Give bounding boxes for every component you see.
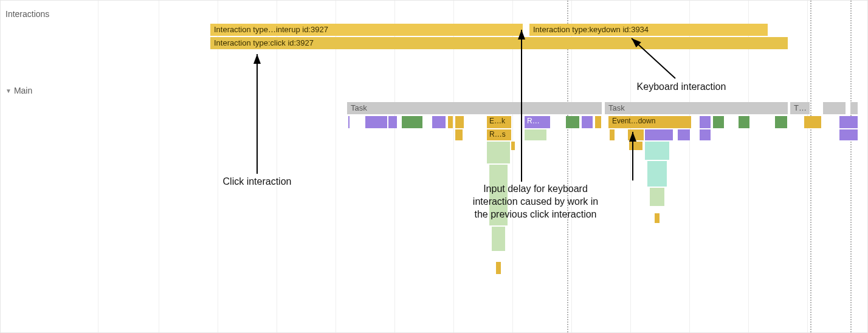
flame-slice[interactable]: [645, 129, 673, 140]
performance-panel: Interactions Main Interaction type…inter…: [0, 0, 868, 333]
flame-slice[interactable]: [448, 116, 453, 128]
flame-slice[interactable]: [487, 142, 510, 163]
flame-slice[interactable]: [713, 116, 724, 128]
gridline: [336, 1, 336, 332]
gridline: [394, 1, 395, 332]
flame-slice[interactable]: [700, 129, 711, 140]
task-bar[interactable]: [850, 102, 858, 114]
flame-slice[interactable]: [739, 116, 749, 128]
flame-label: R…s: [489, 130, 510, 139]
flame-label: E…k: [489, 117, 510, 125]
flame-slice[interactable]: [388, 116, 397, 128]
gridline: [512, 1, 513, 332]
gridline: [218, 1, 218, 332]
flame-slice[interactable]: [365, 116, 387, 128]
interaction-bar-keydown[interactable]: Interaction type:keydown id:3934: [529, 24, 768, 36]
gridline: [689, 1, 690, 332]
flame-slice[interactable]: [595, 116, 601, 128]
interaction-bar-click[interactable]: Interaction type:click id:3927: [210, 37, 788, 49]
track-label-main[interactable]: Main: [5, 86, 32, 95]
marker-dotted: [810, 1, 811, 332]
interaction-bar-pointerup[interactable]: Interaction type…interup id:3927: [210, 24, 523, 36]
gridline: [571, 1, 572, 332]
flame-slice[interactable]: [839, 116, 858, 128]
gridline: [159, 1, 159, 332]
flame-slice[interactable]: [489, 165, 508, 225]
marker-dotted: [850, 1, 852, 332]
flame-slice[interactable]: [525, 129, 546, 140]
flame-slice[interactable]: [511, 142, 515, 150]
flame-slice[interactable]: [655, 213, 660, 223]
task-bar[interactable]: T…: [790, 102, 810, 114]
flame-slice[interactable]: [650, 188, 664, 206]
flame-slice[interactable]: [496, 262, 501, 274]
gridline: [453, 1, 454, 332]
flame-slice[interactable]: [348, 116, 350, 128]
gridline: [807, 1, 808, 332]
task-bar[interactable]: Task: [605, 102, 788, 114]
annotation-click: Click interaction: [196, 176, 318, 188]
gridline: [748, 1, 749, 332]
flame-slice[interactable]: [775, 116, 787, 128]
flame-slice[interactable]: [647, 161, 667, 187]
flame-slice[interactable]: [628, 129, 644, 140]
flame-slice[interactable]: [455, 129, 463, 140]
track-label-interactions[interactable]: Interactions: [5, 9, 49, 19]
flame-slice[interactable]: [839, 129, 858, 140]
gridline: [630, 1, 631, 332]
task-bar[interactable]: [827, 102, 846, 114]
flame-slice[interactable]: [678, 129, 690, 140]
flame-slice[interactable]: [402, 116, 422, 128]
task-bar[interactable]: Task: [347, 102, 602, 114]
flame-slice[interactable]: [700, 116, 711, 128]
flame-slice[interactable]: [455, 116, 464, 128]
flame-label: Event…down: [612, 117, 690, 125]
flame-slice[interactable]: [804, 116, 821, 128]
gridline: [277, 1, 277, 332]
flame-slice[interactable]: [582, 116, 593, 128]
flame-label: R…: [527, 117, 548, 125]
flame-slice[interactable]: [645, 142, 669, 160]
flame-slice[interactable]: [629, 142, 642, 150]
flame-slice[interactable]: [432, 116, 446, 128]
gridline: [98, 1, 98, 332]
flame-slice[interactable]: [566, 116, 579, 128]
annotation-arrows: [1, 1, 868, 333]
annotation-input-delay: Input delay for keyboard interaction cau…: [456, 183, 615, 221]
marker-dotted: [567, 1, 568, 332]
flame-slice[interactable]: [492, 227, 505, 251]
flame-slice[interactable]: [610, 129, 615, 140]
